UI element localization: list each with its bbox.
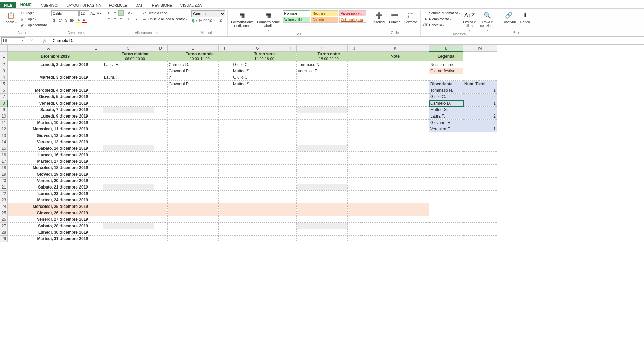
conditional-formatting-button[interactable]: ▦Formattazione condizionale bbox=[230, 10, 254, 32]
cell-b[interactable] bbox=[89, 158, 103, 165]
fill-color-button[interactable]: ◊ bbox=[76, 18, 81, 23]
cell-d[interactable] bbox=[154, 223, 168, 229]
date-cell[interactable]: Venerdì, 20 dicembre 2019 bbox=[8, 178, 89, 184]
note-cell[interactable] bbox=[361, 87, 429, 94]
note-cell[interactable] bbox=[361, 216, 429, 223]
note-cell[interactable] bbox=[361, 107, 429, 113]
clipboard-launcher[interactable]: ⤡ bbox=[30, 31, 33, 34]
row-head-26[interactable]: 26 bbox=[0, 216, 8, 223]
shift-morning[interactable] bbox=[103, 178, 154, 184]
shift-evening[interactable] bbox=[232, 113, 283, 120]
cell-l[interactable]: Nessun turno bbox=[429, 61, 463, 68]
shift-central[interactable] bbox=[168, 197, 219, 203]
shift-header-3[interactable]: Turno notte18:00-22:00 bbox=[297, 52, 361, 61]
cell-styles-gallery[interactable]: NormaleNeutraleValore non v...Valore val… bbox=[283, 10, 367, 23]
cell-l[interactable]: Giorno festivo bbox=[429, 68, 463, 74]
row-head-14[interactable]: 14 bbox=[0, 139, 8, 145]
cell-b[interactable] bbox=[89, 120, 103, 126]
shift-central[interactable] bbox=[168, 120, 219, 126]
dep-name[interactable]: Veronica F. bbox=[429, 126, 463, 132]
cell-m[interactable] bbox=[463, 171, 497, 178]
tab-inserisci[interactable]: INSERISCI bbox=[36, 2, 63, 8]
cell-d[interactable] bbox=[154, 184, 168, 191]
cell-f[interactable] bbox=[219, 210, 232, 216]
shift-header-2[interactable]: Turno sera14:00-18:00 bbox=[232, 52, 297, 61]
currency-icon[interactable]: 💲 bbox=[191, 18, 197, 23]
row-head-4[interactable]: 4 bbox=[0, 74, 8, 81]
shift-night[interactable] bbox=[297, 94, 348, 100]
shift-morning[interactable] bbox=[103, 132, 154, 139]
cell-h[interactable] bbox=[283, 191, 297, 197]
note-cell[interactable] bbox=[361, 152, 429, 158]
bold-button[interactable]: G bbox=[51, 18, 57, 23]
cell-f[interactable] bbox=[219, 203, 232, 210]
insert-cells-button[interactable]: ➕Inserisci bbox=[371, 10, 387, 29]
cell-j[interactable] bbox=[348, 81, 361, 87]
cell-j[interactable] bbox=[348, 171, 361, 178]
date-cell[interactable]: Giovedì, 12 dicembre 2019 bbox=[8, 132, 89, 139]
cell-b[interactable] bbox=[89, 236, 103, 242]
note-cell[interactable] bbox=[361, 68, 429, 74]
col-head-G[interactable]: G bbox=[232, 45, 283, 52]
note-cell[interactable] bbox=[361, 132, 429, 139]
cell-h[interactable] bbox=[283, 100, 297, 107]
date-cell[interactable]: Lunedì, 30 dicembre 2019 bbox=[8, 229, 89, 236]
shift-night[interactable] bbox=[297, 184, 348, 191]
shift-morning[interactable] bbox=[103, 100, 154, 107]
dep-count[interactable]: 2 bbox=[463, 120, 497, 126]
cell-h[interactable] bbox=[283, 68, 297, 74]
row-head-25[interactable]: 25 bbox=[0, 210, 8, 216]
cell-b[interactable] bbox=[89, 165, 103, 171]
cell-m[interactable] bbox=[463, 132, 497, 139]
note-cell[interactable] bbox=[361, 165, 429, 171]
cell-h[interactable] bbox=[283, 229, 297, 236]
shift-morning[interactable] bbox=[103, 223, 154, 229]
cell-b[interactable] bbox=[89, 178, 103, 184]
cell-d[interactable] bbox=[154, 113, 168, 120]
dep-count[interactable]: 2 bbox=[463, 94, 497, 100]
row-head-8[interactable]: 8 bbox=[0, 100, 8, 107]
shift-morning[interactable] bbox=[103, 197, 154, 203]
cell-b[interactable] bbox=[89, 132, 103, 139]
col-head-D[interactable]: D bbox=[154, 45, 168, 52]
shift-evening[interactable] bbox=[232, 197, 283, 203]
note-cell[interactable] bbox=[361, 145, 429, 152]
cell-h[interactable] bbox=[283, 210, 297, 216]
shift-central[interactable] bbox=[168, 223, 219, 229]
cell-b[interactable] bbox=[89, 216, 103, 223]
paste-button[interactable]: 📋 Incolla bbox=[3, 10, 18, 25]
cell-b[interactable] bbox=[89, 68, 103, 74]
cell-f[interactable] bbox=[219, 229, 232, 236]
shift-night[interactable] bbox=[297, 216, 348, 223]
cell-j[interactable] bbox=[348, 100, 361, 107]
note-cell[interactable] bbox=[361, 236, 429, 242]
shift-evening[interactable] bbox=[232, 236, 283, 242]
shift-night[interactable] bbox=[297, 223, 348, 229]
shift-central[interactable] bbox=[168, 132, 219, 139]
tab-formule[interactable]: FORMULE bbox=[105, 2, 132, 8]
shift-morning[interactable] bbox=[103, 158, 154, 165]
shift-central[interactable] bbox=[168, 165, 219, 171]
cell-h[interactable] bbox=[283, 152, 297, 158]
date-cell[interactable]: Lunedì, 16 dicembre 2019 bbox=[8, 152, 89, 158]
shift-evening[interactable] bbox=[232, 107, 283, 113]
style-neutrale[interactable]: Neutrale bbox=[311, 10, 338, 16]
cell-m[interactable] bbox=[463, 139, 497, 145]
autosum-button[interactable]: ΣSomma automatica bbox=[423, 10, 460, 16]
cell-h[interactable] bbox=[283, 216, 297, 223]
cell-l[interactable] bbox=[429, 132, 463, 139]
cell-b[interactable] bbox=[89, 81, 103, 87]
cell-m[interactable] bbox=[463, 216, 497, 223]
select-all-corner[interactable] bbox=[0, 45, 8, 52]
thousands-icon[interactable]: 000 bbox=[204, 18, 209, 23]
cell-h[interactable] bbox=[283, 171, 297, 178]
cell-b[interactable] bbox=[89, 203, 103, 210]
cell-h[interactable] bbox=[283, 165, 297, 171]
date-cell[interactable]: Sabato, 21 dicembre 2019 bbox=[8, 184, 89, 191]
cell-m[interactable] bbox=[463, 229, 497, 236]
col-head-A[interactable]: A bbox=[8, 45, 89, 52]
date-cell[interactable]: Mercoledì, 4 dicembre 2019 bbox=[8, 87, 89, 94]
shift-central[interactable] bbox=[168, 107, 219, 113]
shift-night[interactable] bbox=[297, 81, 348, 87]
cell-h[interactable] bbox=[283, 94, 297, 100]
